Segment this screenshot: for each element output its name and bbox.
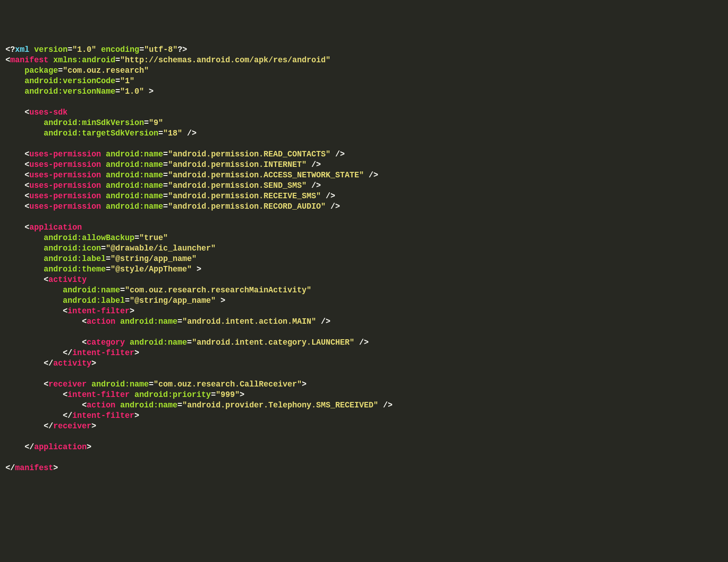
line-blank <box>5 369 723 379</box>
line-targetsdk: android:targetSdkVersion="18" /> <box>5 128 723 139</box>
line-blank <box>5 139 723 149</box>
line-app-close: </application> <box>5 442 723 452</box>
line-app-icon: android:icon="@drawable/ic_launcher" <box>5 243 723 254</box>
line-receiver-close: </receiver> <box>5 421 723 432</box>
line-activity-label: android:label="@string/app_name" > <box>5 296 723 306</box>
line-blank <box>5 452 723 463</box>
line-app-allowbackup: android:allowBackup="true" <box>5 233 723 243</box>
line-activity-open: <activity <box>5 275 723 285</box>
line-permission-2: <uses-permission android:name="android.p… <box>5 170 723 181</box>
line-receiver-open: <receiver android:name="com.ouz.research… <box>5 379 723 390</box>
line-manifest-open: <manifest xmlns:android="http://schemas.… <box>5 55 723 65</box>
line-permission-0: <uses-permission android:name="android.p… <box>5 149 723 160</box>
line-receiver-intent-close: </intent-filter> <box>5 411 723 421</box>
line-permission-1: <uses-permission android:name="android.p… <box>5 160 723 170</box>
line-activity-name: android:name="com.ouz.research.researchM… <box>5 285 723 296</box>
line-permission-3: <uses-permission android:name="android.p… <box>5 181 723 191</box>
line-receiver-action: <action android:name="android.provider.T… <box>5 400 723 411</box>
code-editor[interactable]: <?xml version="1.0" encoding="utf-8"?><m… <box>5 45 723 473</box>
line-xml-decl: <?xml version="1.0" encoding="utf-8"?> <box>5 45 723 55</box>
line-receiver-intent-open: <intent-filter android:priority="999"> <box>5 390 723 400</box>
line-app-theme: android:theme="@style/AppTheme" > <box>5 264 723 275</box>
line-category-launcher: <category android:name="android.intent.c… <box>5 337 723 348</box>
line-uses-sdk-open: <uses-sdk <box>5 107 723 118</box>
line-blank <box>5 432 723 442</box>
line-blank <box>5 97 723 107</box>
line-manifest-versioncode: android:versionCode="1" <box>5 76 723 86</box>
line-permission-4: <uses-permission android:name="android.p… <box>5 191 723 201</box>
line-app-label: android:label="@string/app_name" <box>5 254 723 264</box>
line-manifest-versionname: android:versionName="1.0" > <box>5 86 723 97</box>
line-intent-filter-open: <intent-filter> <box>5 306 723 316</box>
line-minsdk: android:minSdkVersion="9" <box>5 118 723 128</box>
line-blank <box>5 212 723 222</box>
line-permission-5: <uses-permission android:name="android.p… <box>5 201 723 212</box>
line-manifest-package: package="com.ouz.research" <box>5 65 723 76</box>
line-activity-close: </activity> <box>5 358 723 369</box>
line-blank <box>5 327 723 337</box>
line-manifest-close: </manifest> <box>5 463 723 473</box>
line-intent-filter-close: </intent-filter> <box>5 348 723 358</box>
line-action-main: <action android:name="android.intent.act… <box>5 316 723 327</box>
line-app-open: <application <box>5 222 723 233</box>
